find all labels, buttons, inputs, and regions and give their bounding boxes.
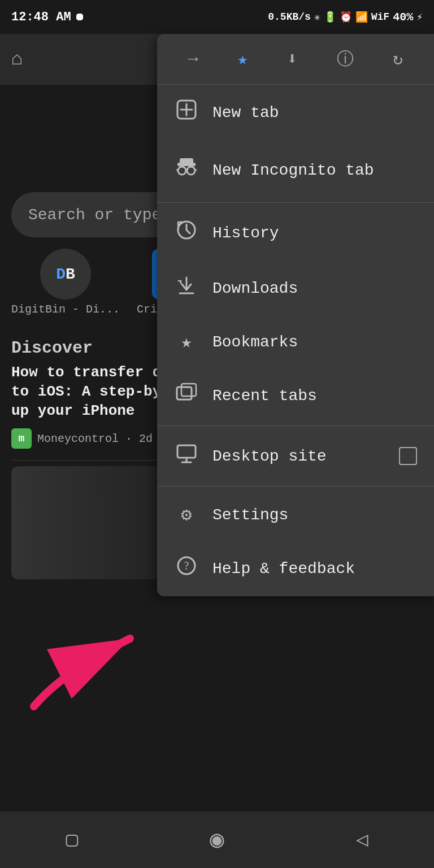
svg-point-7 [187,167,195,175]
help-feedback-label: Help & feedback [212,560,417,578]
menu-item-history[interactable]: History [157,205,434,261]
alarm-icon: ⏰ [340,11,352,23]
menu-divider-2 [157,426,434,426]
menu-item-desktop-site[interactable]: Desktop site [157,428,434,484]
bottom-nav: ▢ ◉ ◁ [0,811,434,868]
nav-square-icon[interactable]: ▢ [66,827,79,852]
context-menu: → ★ ⬇ ⓘ ↻ New tab [157,34,434,596]
digitbin-icon: D B [40,249,91,300]
desktop-site-label: Desktop site [212,448,385,465]
bookmarks-label: Bookmarks [212,333,417,351]
new-tab-label: New tab [212,104,417,121]
svg-rect-15 [177,445,196,458]
svg-rect-14 [181,384,196,396]
recent-tabs-label: Recent tabs [212,387,417,405]
desktop-site-icon [174,443,199,469]
nav-home-circle-icon[interactable]: ◉ [210,825,224,854]
history-icon [174,220,199,246]
source-icon-1: m [11,428,32,449]
downloads-label: Downloads [212,280,417,297]
bookmark-star-icon[interactable]: ★ [237,49,248,70]
new-tab-icon [174,99,199,125]
digitbin-label: DigitBin - Di... [11,303,120,316]
bookmarks-icon: ★ [174,331,199,353]
time-display: 12:48 AM [11,10,71,24]
menu-toolbar-row: → ★ ⬇ ⓘ ↻ [157,34,434,85]
charging-icon: ⚡ [416,11,423,23]
svg-point-6 [178,167,186,175]
forward-icon[interactable]: → [188,50,198,69]
desktop-site-checkbox[interactable] [399,447,417,465]
record-icon: ⏺ [75,11,85,23]
menu-item-new-incognito-tab[interactable]: New Incognito tab [157,140,434,200]
menu-item-settings[interactable]: ⚙ Settings [157,489,434,541]
home-icon[interactable]: ⌂ [11,49,23,70]
info-icon[interactable]: ⓘ [337,47,354,71]
settings-icon: ⚙ [174,504,199,526]
red-arrow-indicator [17,605,164,718]
nav-back-icon[interactable]: ◁ [356,827,368,852]
battery-icon: 🔋 [324,11,336,23]
search-placeholder: Search or type [28,206,161,224]
new-incognito-tab-label: New Incognito tab [212,162,417,179]
svg-rect-5 [177,163,196,166]
battery-percent: 40% [393,11,413,24]
settings-label: Settings [212,506,417,524]
menu-item-new-tab[interactable]: New tab [157,85,434,140]
download-icon[interactable]: ⬇ [287,49,297,70]
menu-divider-3 [157,486,434,487]
menu-item-help-feedback[interactable]: ? Help & feedback [157,541,434,596]
menu-divider-1 [157,202,434,203]
bluetooth-icon: ✳ [314,11,320,23]
history-label: History [212,224,417,242]
wifi-icon: WiF [371,11,389,23]
menu-item-recent-tabs[interactable]: Recent tabs [157,368,434,423]
network-speed: 0.5KB/s [268,11,311,23]
help-icon: ? [174,555,199,581]
signal-icon: 📶 [355,11,368,23]
svg-text:?: ? [184,559,189,572]
downloads-icon [174,275,199,301]
menu-item-downloads[interactable]: Downloads [157,261,434,316]
incognito-icon [174,155,199,185]
source-name-1: Moneycontrol · 2d [37,432,153,445]
status-left: 12:48 AM ⏺ [11,10,85,24]
shortcut-digitbin[interactable]: D B DigitBin - Di... [11,249,120,316]
svg-rect-13 [177,387,192,400]
refresh-icon[interactable]: ↻ [393,49,403,70]
status-right: 0.5KB/s ✳ 🔋 ⏰ 📶 WiF 40% ⚡ [268,11,423,24]
status-bar: 12:48 AM ⏺ 0.5KB/s ✳ 🔋 ⏰ 📶 WiF 40% ⚡ [0,0,434,34]
menu-item-bookmarks[interactable]: ★ Bookmarks [157,316,434,368]
recent-tabs-icon [174,383,199,409]
